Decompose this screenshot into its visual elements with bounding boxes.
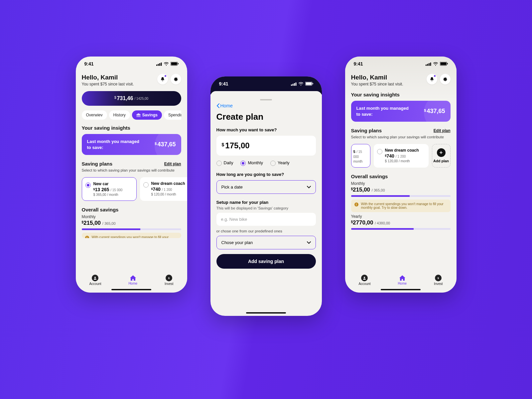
warning-icon: ! <box>354 202 358 206</box>
tab-savings[interactable]: Savings <box>132 110 162 120</box>
home-indicator <box>381 289 421 290</box>
wifi-icon <box>164 62 169 66</box>
monthly-progress <box>351 195 451 197</box>
svg-rect-1 <box>158 64 159 66</box>
status-bar: 9:41 <box>210 76 322 91</box>
status-time: 9:41 <box>354 61 363 66</box>
bank-icon <box>136 113 141 117</box>
tab-overview[interactable]: Overwiev <box>82 110 107 120</box>
svg-rect-5 <box>171 63 177 65</box>
greeting-sub: You spent $75 since last visit. <box>82 82 134 86</box>
plan-card-coach[interactable]: New dream coach $740 / 1 200 $ 120,00 / … <box>374 144 429 168</box>
plan-card-coach[interactable]: New dream coach $740 / 1 200 $ 120,00 / … <box>140 177 187 201</box>
overall-title: Overall savings <box>351 174 451 179</box>
svg-rect-22 <box>440 63 446 65</box>
tab-spending[interactable]: Spending <box>164 110 181 120</box>
nav-invest[interactable]: $Invest <box>434 275 443 286</box>
svg-rect-20 <box>430 63 431 66</box>
plan-card-newcar[interactable]: New car $13 265 / 15 000 $ 365,00 / mont… <box>82 177 137 201</box>
insights-title: Your saving insights <box>82 125 181 131</box>
home-indicator <box>111 289 151 290</box>
nav-home[interactable]: Home <box>398 275 407 285</box>
notifications-button[interactable] <box>157 74 168 84</box>
battery-icon <box>440 62 448 66</box>
yearly-progress <box>351 228 451 230</box>
svg-rect-11 <box>292 84 293 86</box>
page-title: Create plan <box>216 112 316 122</box>
gear-icon <box>174 77 178 81</box>
predefined-select[interactable]: Chose your plan <box>216 236 316 249</box>
or-label: or chose one from our predefined ones <box>216 229 316 233</box>
svg-rect-13 <box>295 82 296 86</box>
nav-account[interactable]: Account <box>89 275 101 286</box>
plan-name-input[interactable]: e.g. New bike <box>216 213 316 226</box>
gear-icon <box>443 77 448 81</box>
chevron-left-icon <box>216 103 219 108</box>
svg-rect-2 <box>159 63 160 66</box>
freq-monthly[interactable]: Monthly <box>240 160 263 166</box>
plan-name: New dream coach <box>385 148 419 153</box>
status-icons <box>291 82 313 86</box>
question-amount: How much you want to save? <box>216 127 316 132</box>
svg-rect-16 <box>313 83 313 84</box>
plans-title: Saving plans <box>351 128 382 133</box>
phone-overall: 9:41 Hello, Kamil You spent $75 since la… <box>345 57 457 293</box>
date-select[interactable]: Pick a date <box>216 180 316 194</box>
settings-button[interactable] <box>171 74 181 84</box>
svg-rect-3 <box>161 63 162 66</box>
balance-amount: 731,46 <box>117 95 133 101</box>
radio-unselected[interactable] <box>143 182 149 188</box>
home-icon <box>130 275 136 281</box>
wifi-icon <box>298 82 304 86</box>
insight-label: Last month you managed to save: <box>356 105 410 117</box>
svg-rect-10 <box>291 84 292 86</box>
radio-selected[interactable] <box>85 183 91 188</box>
svg-rect-6 <box>178 63 179 65</box>
edit-plan-link[interactable]: Edit plan <box>164 162 181 166</box>
svg-text:$: $ <box>168 277 170 279</box>
status-time: 9:41 <box>219 81 228 86</box>
svg-rect-23 <box>447 63 448 65</box>
nav-home[interactable]: Home <box>128 275 137 285</box>
chevron-down-icon <box>307 241 311 244</box>
freq-yearly[interactable]: Yearly <box>270 160 290 166</box>
sheet-grabber[interactable] <box>260 99 272 100</box>
plans-subtitle: Select to which saving plan your savings… <box>351 135 451 140</box>
status-icons <box>426 62 448 66</box>
account-icon <box>361 275 368 281</box>
svg-point-24 <box>364 277 365 278</box>
status-time: 9:41 <box>84 61 94 66</box>
tab-history[interactable]: History <box>109 110 130 120</box>
overall-yearly-label: Yearly <box>351 214 451 219</box>
freq-daily[interactable]: Daily <box>216 160 233 166</box>
insight-card[interactable]: Last month you managed to save: $437,65 <box>82 134 181 155</box>
overall-monthly-label: Monthly <box>82 214 181 219</box>
amount-input[interactable]: $175,00 <box>216 136 316 156</box>
tab-savings-label: Savings <box>142 113 158 117</box>
radio-icon <box>240 161 246 166</box>
invest-icon: $ <box>166 275 172 281</box>
edit-plan-link[interactable]: Edit plan <box>434 128 451 133</box>
add-saving-plan-button[interactable]: Add saving plan <box>216 254 316 269</box>
signal-icon <box>426 62 431 66</box>
overall-monthly-label: Monthly <box>351 181 451 186</box>
bell-icon <box>430 77 434 81</box>
svg-point-7 <box>94 277 96 278</box>
question-name: Setup name for your plan <box>216 200 316 205</box>
tabs: Overwiev History Savings Spending <box>82 110 181 120</box>
signal-icon <box>156 62 162 66</box>
nav-account[interactable]: Account <box>358 275 370 286</box>
back-link[interactable]: Home <box>216 102 316 112</box>
settings-button[interactable] <box>440 74 451 84</box>
notifications-button[interactable] <box>427 74 437 84</box>
nav-invest[interactable]: $Invest <box>165 275 174 286</box>
add-plan-button[interactable]: + Add plan <box>432 144 451 168</box>
plan-card-partial[interactable]: 5 / 15 000 month <box>351 144 370 168</box>
overall-title: Overall savings <box>82 207 181 212</box>
radio-unselected[interactable] <box>377 149 382 154</box>
svg-rect-19 <box>429 63 430 66</box>
monthly-progress <box>82 228 181 230</box>
balance-pill[interactable]: $ 731,46 / 1425,00 <box>82 91 181 106</box>
greeting-title: Hello, Kamil <box>351 74 403 81</box>
insight-card[interactable]: Last month you managed to save: $437,65 <box>351 101 451 122</box>
